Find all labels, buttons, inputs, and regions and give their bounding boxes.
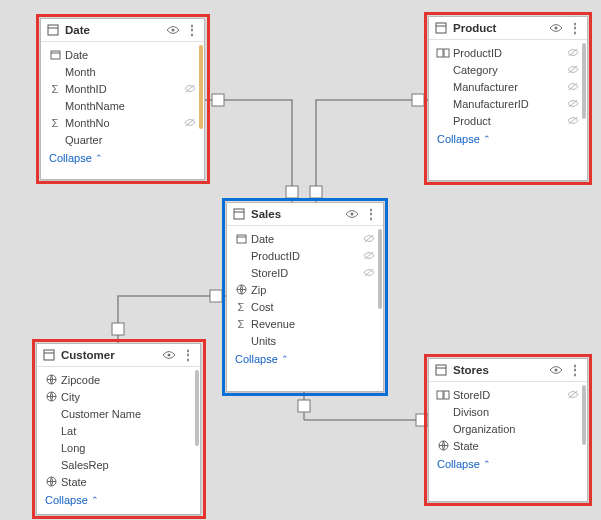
field-list: Date ProductID StoreID Zip ΣCost ΣRevenu… bbox=[227, 226, 383, 349]
scrollbar[interactable] bbox=[378, 229, 382, 309]
svg-point-27 bbox=[351, 213, 354, 216]
table-card-customer[interactable]: Customer ⋮ Zipcode City Customer Name La… bbox=[36, 343, 201, 515]
field-label: MonthNo bbox=[63, 117, 182, 129]
field-row[interactable]: ΣMonthID bbox=[43, 80, 202, 97]
field-label: Revenue bbox=[249, 318, 361, 330]
field-label: State bbox=[451, 440, 565, 452]
hidden-icon[interactable] bbox=[565, 99, 581, 108]
field-label: Units bbox=[249, 335, 361, 347]
svg-rect-1 bbox=[286, 186, 298, 198]
field-label: Cost bbox=[249, 301, 361, 313]
field-label: Date bbox=[249, 233, 361, 245]
field-row[interactable]: Category bbox=[431, 61, 585, 78]
hidden-icon[interactable] bbox=[565, 116, 581, 125]
collapse-link[interactable]: Collapse⌃ bbox=[41, 148, 204, 170]
visibility-icon[interactable] bbox=[345, 209, 359, 219]
hidden-icon[interactable] bbox=[565, 48, 581, 57]
field-row[interactable]: Units bbox=[229, 332, 381, 349]
card-title: Date bbox=[65, 24, 160, 36]
hidden-icon[interactable] bbox=[565, 82, 581, 91]
table-card-stores[interactable]: Stores ⋮ StoreID Divison Organization St… bbox=[428, 358, 588, 502]
sigma-icon: Σ bbox=[233, 318, 249, 330]
svg-point-17 bbox=[555, 27, 558, 30]
card-header: Date ⋮ bbox=[41, 19, 204, 42]
field-row[interactable]: Quarter bbox=[43, 131, 202, 148]
field-label: Category bbox=[451, 64, 565, 76]
field-row[interactable]: State bbox=[431, 437, 585, 454]
field-row[interactable]: Long bbox=[39, 439, 198, 456]
scrollbar[interactable] bbox=[582, 43, 586, 119]
scrollbar[interactable] bbox=[195, 370, 199, 446]
collapse-link[interactable]: Collapse⌃ bbox=[429, 129, 587, 151]
field-row[interactable]: Lat bbox=[39, 422, 198, 439]
field-label: ProductID bbox=[249, 250, 361, 262]
card-header: Customer ⋮ bbox=[37, 344, 200, 367]
card-title: Sales bbox=[251, 208, 339, 220]
field-row[interactable]: Customer Name bbox=[39, 405, 198, 422]
hidden-icon[interactable] bbox=[361, 234, 377, 243]
field-row[interactable]: ΣMonthNo bbox=[43, 114, 202, 131]
card-header: Product ⋮ bbox=[429, 17, 587, 40]
field-label: Quarter bbox=[63, 134, 182, 146]
collapse-link[interactable]: Collapse⌃ bbox=[37, 490, 200, 512]
table-card-product[interactable]: Product ⋮ ProductID Category Manufacture… bbox=[428, 16, 588, 181]
hidden-icon[interactable] bbox=[565, 390, 581, 399]
field-row[interactable]: Zip bbox=[229, 281, 381, 298]
field-row[interactable]: ProductID bbox=[229, 247, 381, 264]
more-icon[interactable]: ⋮ bbox=[569, 21, 581, 35]
visibility-icon[interactable] bbox=[166, 25, 180, 35]
field-row[interactable]: State bbox=[39, 473, 198, 490]
field-row[interactable]: StoreID bbox=[431, 386, 585, 403]
more-icon[interactable]: ⋮ bbox=[186, 23, 198, 37]
svg-rect-4 bbox=[112, 323, 124, 335]
field-row[interactable]: MonthName bbox=[43, 97, 202, 114]
field-row[interactable]: Product bbox=[431, 112, 585, 129]
hidden-icon[interactable] bbox=[361, 268, 377, 277]
card-title: Customer bbox=[61, 349, 156, 361]
scrollbar[interactable] bbox=[199, 45, 203, 129]
field-row[interactable]: Manufacturer bbox=[431, 78, 585, 95]
svg-rect-25 bbox=[234, 209, 244, 219]
field-row[interactable]: Date bbox=[229, 230, 381, 247]
field-row[interactable]: Divison bbox=[431, 403, 585, 420]
field-row[interactable]: City bbox=[39, 388, 198, 405]
more-icon[interactable]: ⋮ bbox=[182, 348, 194, 362]
field-row[interactable]: ΣRevenue bbox=[229, 315, 381, 332]
field-row[interactable]: SalesRep bbox=[39, 456, 198, 473]
hidden-icon[interactable] bbox=[182, 118, 198, 127]
field-row[interactable]: ManufacturerID bbox=[431, 95, 585, 112]
collapse-link[interactable]: Collapse⌃ bbox=[227, 349, 383, 371]
field-row[interactable]: Date bbox=[43, 46, 202, 63]
visibility-icon[interactable] bbox=[162, 350, 176, 360]
calendar-icon bbox=[233, 233, 249, 244]
svg-point-10 bbox=[172, 29, 175, 32]
table-icon bbox=[233, 208, 245, 220]
field-label: Customer Name bbox=[59, 408, 178, 420]
field-row[interactable]: Zipcode bbox=[39, 371, 198, 388]
table-card-sales[interactable]: Sales ⋮ Date ProductID StoreID Zip ΣCost… bbox=[226, 202, 384, 392]
field-row[interactable]: ΣCost bbox=[229, 298, 381, 315]
field-row[interactable]: Month bbox=[43, 63, 202, 80]
svg-point-37 bbox=[168, 354, 171, 357]
scrollbar[interactable] bbox=[582, 385, 586, 445]
calendar-icon bbox=[47, 49, 63, 60]
svg-rect-18 bbox=[437, 49, 443, 57]
table-card-date[interactable]: Date ⋮ Date Month ΣMonthID MonthName ΣMo… bbox=[40, 18, 205, 180]
collapse-link[interactable]: Collapse⌃ bbox=[429, 454, 587, 476]
field-label: Divison bbox=[451, 406, 565, 418]
visibility-icon[interactable] bbox=[549, 23, 563, 33]
field-label: Organization bbox=[451, 423, 565, 435]
more-icon[interactable]: ⋮ bbox=[569, 363, 581, 377]
field-row[interactable]: Organization bbox=[431, 420, 585, 437]
visibility-icon[interactable] bbox=[549, 365, 563, 375]
hidden-icon[interactable] bbox=[565, 65, 581, 74]
more-icon[interactable]: ⋮ bbox=[365, 207, 377, 221]
field-label: ProductID bbox=[451, 47, 565, 59]
key-icon bbox=[435, 390, 451, 400]
table-icon bbox=[43, 349, 55, 361]
field-row[interactable]: ProductID bbox=[431, 44, 585, 61]
hidden-icon[interactable] bbox=[182, 84, 198, 93]
field-row[interactable]: StoreID bbox=[229, 264, 381, 281]
hidden-icon[interactable] bbox=[361, 251, 377, 260]
field-label: MonthName bbox=[63, 100, 182, 112]
